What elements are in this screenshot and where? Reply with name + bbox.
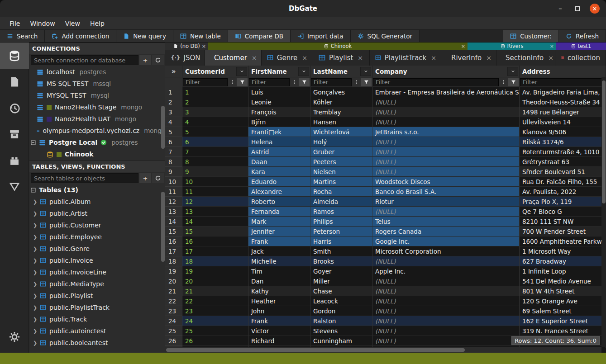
collapse-icon[interactable] [31, 188, 36, 193]
nav-files[interactable] [0, 69, 29, 95]
data-cell[interactable]: 7 [182, 147, 248, 157]
data-cell[interactable]: Roberto [248, 197, 310, 207]
connection-item[interactable]: localhostpostgres [29, 66, 165, 78]
data-cell[interactable]: 1 Infinite Loop [520, 266, 606, 276]
data-cell[interactable]: Dan [248, 276, 310, 286]
grid-corner-cell[interactable]: » [165, 66, 182, 77]
row-number[interactable]: 21 [165, 286, 182, 296]
data-cell[interactable]: Cunningham [310, 336, 372, 346]
row-number[interactable]: 22 [165, 296, 182, 306]
tables-scrollbar[interactable] [161, 192, 165, 262]
settings-button[interactable] [0, 324, 29, 350]
row-number[interactable]: 8 [165, 157, 182, 167]
tables-search-input[interactable] [31, 173, 138, 183]
data-cell[interactable]: Heather [248, 296, 310, 306]
filter-funnel-button[interactable] [299, 78, 310, 86]
filter-input-lastname[interactable] [311, 78, 352, 86]
data-cell[interactable]: (NULL) [372, 117, 520, 127]
row-number[interactable]: 16 [165, 236, 182, 246]
chevron-right-icon[interactable]: ❯ [33, 246, 37, 252]
data-cell[interactable]: Chase [310, 286, 372, 296]
row-number[interactable]: 20 [165, 276, 182, 286]
data-cell[interactable]: 17 [182, 246, 248, 256]
row-number[interactable]: 19 [165, 266, 182, 276]
nav-connections[interactable] [0, 43, 29, 69]
column-header-company[interactable]: Company [372, 66, 520, 77]
data-cell[interactable]: Miller [310, 276, 372, 286]
data-cell[interactable]: Philips [310, 217, 372, 227]
data-cell[interactable]: 10 [182, 177, 248, 187]
data-cell[interactable]: Klanova 9/506 [520, 127, 606, 137]
data-cell[interactable]: Rotenturmstraße 4, 1010 I [520, 147, 606, 157]
data-cell[interactable]: 2 [182, 97, 248, 107]
connection-item[interactable]: Postgre Localpostgres [29, 137, 165, 148]
data-cell[interactable]: Embraer - Empresa Brasileira de Aeronáut… [372, 87, 520, 97]
data-cell[interactable]: Rocha [310, 187, 372, 197]
data-cell[interactable]: Eduardo [248, 177, 310, 187]
filter-menu-button[interactable] [352, 78, 361, 86]
nav-plugins[interactable] [0, 147, 29, 174]
close-button[interactable]: ✕ [590, 4, 600, 14]
data-cell[interactable]: Riotur [372, 197, 520, 207]
toolbar-button-new-table[interactable]: New table [173, 30, 228, 42]
data-cell[interactable]: 26 [182, 336, 248, 346]
chevron-right-icon[interactable]: ❯ [33, 199, 37, 205]
column-dropdown-button[interactable] [298, 67, 309, 76]
data-cell[interactable]: 23 [182, 306, 248, 316]
data-cell[interactable]: Smith [310, 246, 372, 256]
connection-item[interactable]: olympus-medportal.vychozi.czmongo [29, 125, 165, 137]
row-number[interactable]: 14 [165, 217, 182, 227]
table-item[interactable]: ❯public.MediaType [29, 278, 165, 290]
data-cell[interactable]: Av. Paulista, 2022 [520, 187, 606, 197]
row-number[interactable]: 10 [165, 177, 182, 187]
table-item[interactable]: ❯public.Invoice [29, 255, 165, 266]
chevron-right-icon[interactable]: ❯ [33, 305, 37, 311]
table-item[interactable]: ❯public.Employee [29, 231, 165, 243]
data-cell[interactable]: Banco do Brasil S.A. [372, 187, 520, 197]
data-cell[interactable]: 6 [182, 137, 248, 147]
data-cell[interactable]: (NULL) [372, 256, 520, 266]
data-cell[interactable]: 22 [182, 296, 248, 306]
close-icon[interactable]: × [461, 43, 465, 49]
data-cell[interactable]: 801 W 4th Street [520, 286, 606, 296]
data-cell[interactable]: Tim [248, 266, 310, 276]
menu-file[interactable]: File [5, 20, 25, 27]
data-cell[interactable]: Alexandre [248, 187, 310, 197]
tab-collection[interactable]: collection [555, 50, 606, 66]
data-cell[interactable]: Köhler [310, 97, 372, 107]
data-cell[interactable]: Grétrystraat 63 [520, 157, 606, 167]
table-item[interactable]: ❯public.Track [29, 313, 165, 325]
connection-item[interactable]: Nano2Health Stagemongo [29, 101, 165, 113]
chevron-right-icon[interactable]: ❯ [33, 317, 37, 322]
filter-funnel-button[interactable] [508, 78, 519, 86]
data-cell[interactable]: Wichterlová [310, 127, 372, 137]
row-number[interactable]: 26 [165, 336, 182, 346]
data-cell[interactable]: Daan [248, 157, 310, 167]
data-cell[interactable]: 627 Broadway [520, 256, 606, 266]
row-number[interactable]: 18 [165, 256, 182, 266]
data-cell[interactable]: (NULL) [372, 326, 520, 336]
toolbar-button-import-data[interactable]: Import data [291, 30, 351, 42]
connections-scrollbar[interactable] [161, 106, 165, 149]
data-cell[interactable]: Sřnder Boulevard 51 [520, 167, 606, 177]
data-cell[interactable]: 12 [182, 197, 248, 207]
chevron-right-icon[interactable]: ❯ [33, 340, 37, 346]
table-item[interactable]: ❯public.Artist [29, 208, 165, 219]
data-cell[interactable]: Brooks [310, 256, 372, 266]
data-cell[interactable]: (NULL) [372, 147, 520, 157]
data-cell[interactable]: Leacock [310, 296, 372, 306]
toolbar-button-refresh[interactable]: Refresh [559, 30, 606, 42]
data-cell[interactable]: Michelle [248, 256, 310, 266]
data-cell[interactable]: 11 [182, 187, 248, 197]
data-cell[interactable]: Stevens [310, 326, 372, 336]
table-item[interactable]: ❯public.Playlist [29, 290, 165, 302]
db-group-tab-test1[interactable]: test1 [556, 43, 606, 50]
data-cell[interactable]: Rilská 3174/6 [520, 137, 606, 147]
data-cell[interactable]: 5 [182, 127, 248, 137]
data-cell[interactable]: 3 [182, 107, 248, 117]
column-header-customerid[interactable]: CustomerId [182, 66, 248, 77]
data-cell[interactable]: 700 W Pender Street [520, 227, 606, 236]
filter-menu-button[interactable] [499, 78, 508, 86]
table-item[interactable]: ❯public.PlaylistTrack [29, 302, 165, 313]
data-cell[interactable]: Victor [248, 326, 310, 336]
